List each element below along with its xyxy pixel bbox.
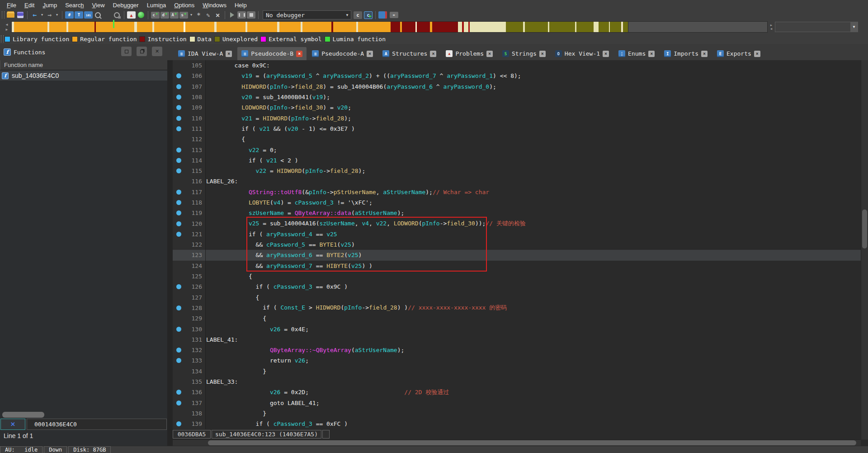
code-line-131[interactable]: 131LABEL_41: <box>173 334 861 345</box>
code-line-109[interactable]: 109 LODWORD(pInfo->field_30) = v20; <box>173 102 861 113</box>
gutter[interactable]: 135 <box>173 377 206 387</box>
close-icon[interactable]: × <box>701 51 708 57</box>
gutter[interactable]: 118 <box>173 197 206 208</box>
back-icon[interactable]: ← <box>30 10 39 19</box>
menu-item-lumina[interactable]: Lumina <box>143 0 170 10</box>
band-zoom-right-icon[interactable]: ► <box>770 24 773 27</box>
gutter[interactable]: 119 <box>173 208 206 218</box>
gutter[interactable]: 106 <box>173 71 206 81</box>
create-struct-icon[interactable]: A+ <box>170 12 179 19</box>
code-line-132[interactable]: 132 QByteArray::~QByteArray(aStrUserName… <box>173 345 861 355</box>
close-icon[interactable]: × <box>754 51 760 57</box>
navigation-band[interactable] <box>11 21 628 33</box>
tab-pseudocode-a[interactable]: ≡Pseudocode-A× <box>308 47 377 60</box>
code-line-106[interactable]: 106 v19 = (aryPassword_5 ^ aryPassword_2… <box>173 71 861 81</box>
code-vscrollbar[interactable] <box>861 60 868 439</box>
gutter[interactable]: 120 <box>173 218 206 229</box>
code-line-139[interactable]: 139 if ( cPassword_3 == 0xFC ) <box>173 419 861 429</box>
notepad-icon[interactable] <box>378 11 387 19</box>
menu-item-file[interactable]: File <box>3 0 20 10</box>
code-line-137[interactable]: 137 goto LABEL_41; <box>173 398 861 408</box>
breakpoint-icon[interactable] <box>176 401 181 405</box>
caret-icon[interactable]: ▼ <box>40 10 44 19</box>
restore-window-button[interactable] <box>121 47 132 56</box>
gutter[interactable]: 129 <box>173 313 206 324</box>
caret-icon[interactable]: ▼ <box>189 10 193 19</box>
tab-hex-view-1[interactable]: OHex View-1× <box>551 47 613 60</box>
breakpoint-icon[interactable] <box>176 421 181 426</box>
address-input[interactable]: 00014036E4C0 <box>27 419 167 430</box>
menu-item-edit[interactable]: Edit <box>20 0 38 10</box>
code-line-118[interactable]: 118 LOBYTE(v4) = cPassword_3 != '\xFC'; <box>173 197 861 208</box>
create-data-icon[interactable]: d+ <box>160 12 169 19</box>
code-line-124[interactable]: 124 && aryPassword_7 == HIBYTE(v25) ) <box>173 261 861 271</box>
close-icon[interactable]: × <box>430 51 436 57</box>
menu-item-help[interactable]: Help <box>231 0 251 10</box>
gutter[interactable]: 107 <box>173 81 206 92</box>
code-line-117[interactable]: 117 QString::toUtf8(&pInfo->pStrUserName… <box>173 187 861 197</box>
breakpoint-icon[interactable] <box>176 232 181 237</box>
caret-icon[interactable]: ▼ <box>55 10 59 19</box>
breakpoint-icon[interactable] <box>176 305 181 310</box>
code-line-122[interactable]: 122 && cPassword_5 == BYTE1(v25) <box>173 239 861 250</box>
breakpoint-icon[interactable] <box>176 284 181 289</box>
jump-binary-icon[interactable]: 101 <box>84 11 93 19</box>
save-icon[interactable] <box>16 10 24 19</box>
menu-item-options[interactable]: Options <box>170 0 198 10</box>
stop-process-icon[interactable] <box>247 11 255 19</box>
breakpoint-icon[interactable] <box>176 358 181 363</box>
gutter[interactable]: 130 <box>173 324 206 334</box>
breakpoint-icon[interactable] <box>176 390 181 395</box>
code-hscrollbar-thumb[interactable] <box>208 440 856 445</box>
tab-ida-view-a[interactable]: ≡IDA View-A× <box>174 47 236 60</box>
gutter[interactable]: 105 <box>173 60 206 71</box>
tab-problems[interactable]: ▲Problems× <box>442 47 497 60</box>
menu-item-search[interactable]: Search <box>61 0 88 10</box>
close-icon[interactable]: × <box>367 51 373 57</box>
menu-item-jump[interactable]: Jump <box>38 0 61 10</box>
float-window-button[interactable] <box>137 47 147 56</box>
debugger-select[interactable]: No debugger ▼ <box>263 10 351 19</box>
band-zoom-left-icon[interactable]: ◄ <box>770 27 773 30</box>
search-icon[interactable] <box>94 10 102 19</box>
code-line-134[interactable]: 134 } <box>173 366 861 377</box>
close-icon[interactable]: × <box>539 51 546 57</box>
gutter[interactable]: 125 <box>173 271 206 281</box>
breakpoint-icon[interactable] <box>176 327 181 332</box>
band-zoom-arrows[interactable]: ►◄ <box>768 24 775 30</box>
gutter[interactable]: 132 <box>173 345 206 355</box>
close-panel-button[interactable]: ✕ <box>152 47 162 56</box>
tab-enums[interactable]: ⋮Enums× <box>614 47 659 60</box>
tab-imports[interactable]: IImports× <box>660 47 712 60</box>
close-icon[interactable]: × <box>226 51 232 57</box>
code-line-111[interactable]: 111 if ( v21 && (v20 - 1) <= 0x3E7 ) <box>173 124 861 134</box>
code-line-119[interactable]: 119 szUserName = QByteArray::data(aStrUs… <box>173 208 861 218</box>
tab-structures[interactable]: AStructures× <box>378 47 440 60</box>
code-line-110[interactable]: 110 v21 = HIDWORD(pInfo->field_28); <box>173 113 861 123</box>
create-string-icon[interactable]: s+ <box>179 12 188 19</box>
tab-exports[interactable]: EExports× <box>713 47 764 60</box>
pause-process-icon[interactable] <box>237 11 246 19</box>
code-line-115[interactable]: 115 v22 = HIDWORD(pInfo->field_28); <box>173 166 861 176</box>
delete-icon[interactable]: × <box>213 10 222 19</box>
code-line-136[interactable]: 136 v26 = 0x2D; // 2D 校验通过 <box>173 387 861 397</box>
code-line-123[interactable]: 123 && aryPassword_6 == BYTE2(v25) <box>173 250 861 260</box>
code-line-114[interactable]: 114 if ( v21 < 2 ) <box>173 155 861 166</box>
band-right-icon[interactable]: ► <box>5 28 9 32</box>
breakpoint-icon[interactable] <box>176 126 181 131</box>
menu-item-windows[interactable]: Windows <box>198 0 231 10</box>
gutter[interactable]: 127 <box>173 292 206 303</box>
quick-pseudocode-icon[interactable]: c <box>364 11 373 19</box>
breakpoint-icon[interactable] <box>176 116 181 121</box>
close-icon[interactable]: × <box>648 51 655 57</box>
gutter[interactable]: 115 <box>173 166 206 176</box>
breakpoint-icon[interactable] <box>176 84 181 89</box>
code-vscrollbar-thumb[interactable] <box>862 210 867 248</box>
gutter[interactable]: 139 <box>173 419 206 429</box>
tab-pseudocode-b[interactable]: ≡Pseudocode-B× <box>237 47 307 60</box>
problems-icon[interactable]: ▲ <box>127 11 136 19</box>
code-line-127[interactable]: 127 { <box>173 292 861 303</box>
close-icon[interactable]: × <box>296 51 302 57</box>
breakpoint-icon[interactable] <box>176 190 181 195</box>
gutter[interactable]: 108 <box>173 92 206 102</box>
